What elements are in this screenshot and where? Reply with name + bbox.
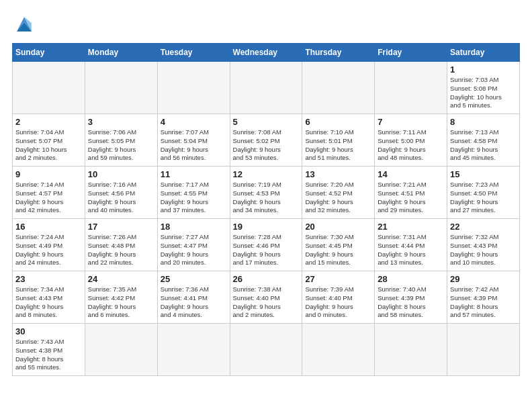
day-number: 21 [378,222,444,232]
day-cell [13,62,85,114]
day-cell [85,324,157,376]
calendar: SundayMondayTuesdayWednesdayThursdayFrid… [12,43,520,376]
day-info: Sunrise: 7:43 AM Sunset: 4:38 PM Dayligh… [15,338,82,372]
day-number: 26 [233,274,300,284]
day-cell: 27Sunrise: 7:39 AM Sunset: 4:40 PM Dayli… [302,271,375,324]
day-number: 11 [161,169,227,179]
day-cell: 25Sunrise: 7:36 AM Sunset: 4:41 PM Dayli… [157,271,230,324]
weekday-header-monday: Monday [85,44,157,62]
day-info: Sunrise: 7:28 AM Sunset: 4:46 PM Dayligh… [233,233,300,267]
day-number: 30 [15,326,82,336]
day-cell: 3Sunrise: 7:06 AM Sunset: 5:05 PM Daylig… [85,114,157,167]
day-number: 10 [88,169,154,179]
day-number: 6 [305,117,371,127]
logo [12,12,40,36]
day-number: 20 [305,222,371,232]
day-cell: 8Sunrise: 7:13 AM Sunset: 4:58 PM Daylig… [447,114,520,167]
day-cell: 10Sunrise: 7:16 AM Sunset: 4:56 PM Dayli… [85,167,157,219]
day-cell: 24Sunrise: 7:35 AM Sunset: 4:42 PM Dayli… [85,271,157,324]
day-cell: 14Sunrise: 7:21 AM Sunset: 4:51 PM Dayli… [375,167,447,219]
day-number: 5 [233,117,300,127]
day-number: 7 [378,117,444,127]
day-info: Sunrise: 7:06 AM Sunset: 5:05 PM Dayligh… [88,128,154,163]
day-info: Sunrise: 7:42 AM Sunset: 4:39 PM Dayligh… [450,285,517,320]
day-number: 29 [450,274,517,284]
day-number: 12 [233,169,300,179]
day-cell: 2Sunrise: 7:04 AM Sunset: 5:07 PM Daylig… [13,114,85,167]
day-cell: 29Sunrise: 7:42 AM Sunset: 4:39 PM Dayli… [447,271,520,324]
day-info: Sunrise: 7:36 AM Sunset: 4:41 PM Dayligh… [161,285,227,320]
header [12,12,520,36]
day-cell: 13Sunrise: 7:20 AM Sunset: 4:52 PM Dayli… [302,167,375,219]
day-info: Sunrise: 7:11 AM Sunset: 5:00 PM Dayligh… [378,128,444,163]
day-number: 15 [450,169,517,179]
day-cell [157,324,230,376]
day-cell: 18Sunrise: 7:27 AM Sunset: 4:47 PM Dayli… [157,219,230,271]
weekday-header-wednesday: Wednesday [230,44,302,62]
day-info: Sunrise: 7:07 AM Sunset: 5:04 PM Dayligh… [161,128,227,163]
day-cell: 15Sunrise: 7:23 AM Sunset: 4:50 PM Dayli… [447,167,520,219]
day-number: 27 [305,274,371,284]
day-number: 4 [161,117,227,127]
day-cell: 5Sunrise: 7:08 AM Sunset: 5:02 PM Daylig… [230,114,302,167]
day-cell: 6Sunrise: 7:10 AM Sunset: 5:01 PM Daylig… [302,114,375,167]
day-cell: 17Sunrise: 7:26 AM Sunset: 4:48 PM Dayli… [85,219,157,271]
day-info: Sunrise: 7:26 AM Sunset: 4:48 PM Dayligh… [88,233,154,267]
day-info: Sunrise: 7:23 AM Sunset: 4:50 PM Dayligh… [450,181,517,215]
day-number: 1 [450,64,517,75]
day-info: Sunrise: 7:14 AM Sunset: 4:57 PM Dayligh… [15,181,82,215]
day-cell: 30Sunrise: 7:43 AM Sunset: 4:38 PM Dayli… [13,324,85,376]
day-cell: 23Sunrise: 7:34 AM Sunset: 4:43 PM Dayli… [13,271,85,324]
day-cell [85,62,157,114]
page: SundayMondayTuesdayWednesdayThursdayFrid… [0,0,532,411]
week-row-2: 2Sunrise: 7:04 AM Sunset: 5:07 PM Daylig… [13,114,520,167]
day-number: 23 [15,274,82,284]
day-cell [375,62,447,114]
day-cell [230,324,302,376]
day-number: 8 [450,117,517,127]
day-info: Sunrise: 7:20 AM Sunset: 4:52 PM Dayligh… [305,181,371,215]
day-cell [230,62,302,114]
day-cell: 21Sunrise: 7:31 AM Sunset: 4:44 PM Dayli… [375,219,447,271]
day-info: Sunrise: 7:21 AM Sunset: 4:51 PM Dayligh… [378,181,444,215]
day-number: 28 [378,274,444,284]
day-info: Sunrise: 7:31 AM Sunset: 4:44 PM Dayligh… [378,233,444,267]
day-cell [375,324,447,376]
day-number: 16 [15,222,82,232]
day-number: 18 [161,222,227,232]
day-info: Sunrise: 7:35 AM Sunset: 4:42 PM Dayligh… [88,285,154,320]
day-cell: 12Sunrise: 7:19 AM Sunset: 4:53 PM Dayli… [230,167,302,219]
weekday-header-friday: Friday [375,44,447,62]
day-cell: 16Sunrise: 7:24 AM Sunset: 4:49 PM Dayli… [13,219,85,271]
weekday-header-sunday: Sunday [13,44,85,62]
day-info: Sunrise: 7:32 AM Sunset: 4:43 PM Dayligh… [450,233,517,267]
day-number: 17 [88,222,154,232]
weekday-header-saturday: Saturday [447,44,520,62]
weekday-header-row: SundayMondayTuesdayWednesdayThursdayFrid… [13,44,520,62]
day-info: Sunrise: 7:16 AM Sunset: 4:56 PM Dayligh… [88,181,154,215]
day-info: Sunrise: 7:30 AM Sunset: 4:45 PM Dayligh… [305,233,371,267]
day-info: Sunrise: 7:38 AM Sunset: 4:40 PM Dayligh… [233,285,300,320]
week-row-3: 9Sunrise: 7:14 AM Sunset: 4:57 PM Daylig… [13,167,520,219]
day-cell: 7Sunrise: 7:11 AM Sunset: 5:00 PM Daylig… [375,114,447,167]
day-info: Sunrise: 7:13 AM Sunset: 4:58 PM Dayligh… [450,128,517,163]
day-info: Sunrise: 7:17 AM Sunset: 4:55 PM Dayligh… [161,181,227,215]
day-number: 2 [15,117,82,127]
day-number: 14 [378,169,444,179]
day-cell: 9Sunrise: 7:14 AM Sunset: 4:57 PM Daylig… [13,167,85,219]
day-info: Sunrise: 7:27 AM Sunset: 4:47 PM Dayligh… [161,233,227,267]
day-info: Sunrise: 7:10 AM Sunset: 5:01 PM Dayligh… [305,128,371,163]
day-info: Sunrise: 7:03 AM Sunset: 5:08 PM Dayligh… [450,76,517,110]
day-cell: 20Sunrise: 7:30 AM Sunset: 4:45 PM Dayli… [302,219,375,271]
day-number: 19 [233,222,300,232]
day-cell: 4Sunrise: 7:07 AM Sunset: 5:04 PM Daylig… [157,114,230,167]
day-info: Sunrise: 7:34 AM Sunset: 4:43 PM Dayligh… [15,285,82,320]
week-row-1: 1Sunrise: 7:03 AM Sunset: 5:08 PM Daylig… [13,62,520,114]
day-number: 3 [88,117,154,127]
day-cell: 1Sunrise: 7:03 AM Sunset: 5:08 PM Daylig… [447,62,520,114]
weekday-header-tuesday: Tuesday [157,44,230,62]
day-info: Sunrise: 7:39 AM Sunset: 4:40 PM Dayligh… [305,285,371,320]
day-info: Sunrise: 7:08 AM Sunset: 5:02 PM Dayligh… [233,128,300,163]
day-cell: 22Sunrise: 7:32 AM Sunset: 4:43 PM Dayli… [447,219,520,271]
weekday-header-thursday: Thursday [302,44,375,62]
